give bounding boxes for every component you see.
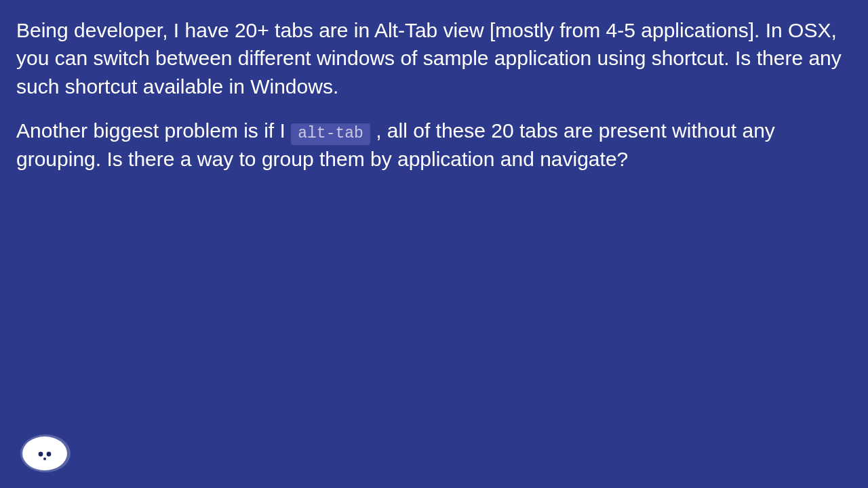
svg-point-2 [39, 452, 43, 457]
paragraph-1: Being developer, I have 20+ tabs are in … [16, 16, 852, 100]
svg-point-3 [47, 452, 52, 457]
inline-code-alt-tab: alt-tab [291, 123, 370, 145]
paragraph-2: Another biggest problem is if I alt-tab … [16, 117, 852, 173]
svg-point-1 [22, 436, 67, 470]
avatar-icon [19, 434, 72, 473]
paragraph-2-pre: Another biggest problem is if I [16, 119, 291, 142]
question-body: Being developer, I have 20+ tabs are in … [16, 16, 852, 173]
svg-point-4 [43, 458, 46, 460]
